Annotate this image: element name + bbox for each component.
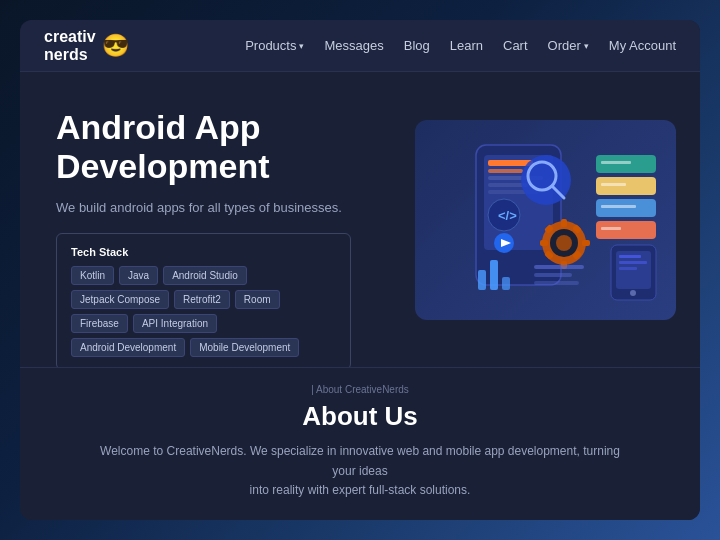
app-window: creativ nerds 😎 Products ▾ Messages Blog…: [20, 20, 700, 520]
nav-messages[interactable]: Messages: [324, 38, 383, 53]
svg-rect-17: [582, 240, 590, 246]
tech-stack-label: Tech Stack: [71, 246, 336, 258]
hero-illustration: </>: [415, 120, 676, 320]
svg-rect-37: [619, 261, 647, 264]
tag-api: API Integration: [133, 314, 217, 333]
svg-rect-3: [488, 169, 523, 173]
about-heading: About Us: [44, 401, 676, 432]
tag-room: Room: [235, 290, 280, 309]
logo-text: creativ nerds: [44, 28, 96, 63]
tag-java: Java: [119, 266, 158, 285]
nav-order[interactable]: Order ▾: [548, 38, 589, 53]
page-title: Android App Development: [56, 108, 377, 186]
header: creativ nerds 😎 Products ▾ Messages Blog…: [20, 20, 700, 72]
tag-mobile-dev: Mobile Development: [190, 338, 299, 357]
products-dropdown-arrow: ▾: [299, 41, 304, 51]
tag-android-studio: Android Studio: [163, 266, 247, 285]
nav-blog[interactable]: Blog: [404, 38, 430, 53]
main-content: Android App Development We build android…: [20, 72, 700, 367]
svg-rect-40: [490, 260, 498, 290]
svg-rect-14: [561, 219, 567, 227]
tag-jetpack: Jetpack Compose: [71, 290, 169, 309]
svg-rect-38: [619, 267, 637, 270]
nav-learn[interactable]: Learn: [450, 38, 483, 53]
logo: creativ nerds 😎: [44, 28, 129, 63]
svg-rect-29: [601, 161, 631, 164]
nav-cart[interactable]: Cart: [503, 38, 528, 53]
tag-kotlin: Kotlin: [71, 266, 114, 285]
svg-rect-42: [534, 265, 584, 269]
svg-rect-30: [601, 183, 626, 186]
svg-rect-16: [540, 240, 548, 246]
svg-rect-41: [502, 277, 510, 290]
svg-point-35: [630, 290, 636, 296]
tag-android-dev: Android Development: [71, 338, 185, 357]
nav-myaccount[interactable]: My Account: [609, 38, 676, 53]
svg-text:</>: </>: [498, 208, 517, 223]
page-subtitle: We build android apps for all types of b…: [56, 200, 377, 215]
svg-rect-44: [534, 281, 579, 285]
logo-emoji: 😎: [102, 33, 129, 59]
hero-right: </>: [405, 72, 700, 367]
about-eyebrow: | About CreativeNerds: [44, 384, 676, 395]
about-body: Welcome to CreativeNerds. We specialize …: [90, 442, 630, 500]
svg-rect-43: [534, 273, 572, 277]
svg-rect-39: [478, 270, 486, 290]
tags-row: Kotlin Java Android Studio Jetpack Compo…: [71, 266, 336, 357]
tech-stack-box: Tech Stack Kotlin Java Android Studio Je…: [56, 233, 351, 367]
svg-rect-31: [601, 205, 636, 208]
svg-rect-32: [601, 227, 621, 230]
about-section: | About CreativeNerds About Us Welcome t…: [20, 367, 700, 520]
order-dropdown-arrow: ▾: [584, 41, 589, 51]
main-nav: Products ▾ Messages Blog Learn Cart Orde…: [245, 38, 676, 53]
tag-retrofit2: Retrofit2: [174, 290, 230, 309]
tag-firebase: Firebase: [71, 314, 128, 333]
svg-point-13: [556, 235, 572, 251]
hero-left: Android App Development We build android…: [20, 72, 405, 367]
svg-rect-36: [619, 255, 641, 258]
nav-products[interactable]: Products ▾: [245, 38, 304, 53]
